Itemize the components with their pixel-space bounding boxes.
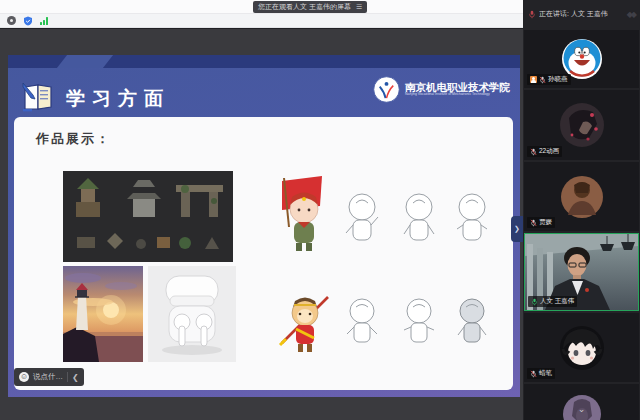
- security-shield-icon[interactable]: [23, 16, 33, 26]
- participant-name: 贾媛: [539, 218, 552, 227]
- screen-share-column: 您正在观看人文 王嘉伟的屏幕 ☰: [0, 0, 523, 420]
- artwork-character-sheet-monkey-king: [272, 281, 500, 369]
- speaking-header: 正在讲话: 人文 王嘉伟 ◆◆: [523, 0, 640, 28]
- status-toolbar: [0, 14, 523, 28]
- participant-tile[interactable]: 孙晓燕: [524, 30, 639, 88]
- artwork-lighthouse-painting: [63, 266, 143, 362]
- participant-name: 22动画: [539, 147, 559, 156]
- participant-tile[interactable]: [524, 384, 639, 420]
- speaking-label: 正在讲话: 人文 王嘉伟: [539, 9, 608, 19]
- avatar: [559, 325, 605, 371]
- watching-banner-text: 您正在观看人文 王嘉伟的屏幕: [258, 2, 351, 12]
- muted-mic-icon: [539, 76, 546, 84]
- banner-menu-icon[interactable]: ☰: [356, 3, 362, 11]
- quick-chat-pill[interactable]: ☺ 说点什… ❮: [14, 368, 84, 386]
- presentation-slide: 学习方面 南京机电职业技术学院 Nanjing Vocational Insti…: [8, 55, 520, 397]
- school-logo-icon: [373, 76, 400, 103]
- chat-placeholder[interactable]: 说点什…: [33, 372, 63, 382]
- school-name-en: Nanjing Vocational Institute of Mechatro…: [405, 93, 510, 97]
- notebook-pen-icon: [21, 81, 57, 117]
- sidebar-collapse-handle[interactable]: ❯: [511, 216, 523, 242]
- participant-name: 人文 王嘉伟: [540, 297, 574, 306]
- participant-tile-speaking[interactable]: 人文 王嘉伟: [524, 233, 639, 311]
- name-chip: 蜡笔: [527, 368, 555, 379]
- chevron-right-icon: ❯: [514, 225, 520, 233]
- layout-toggle-icon[interactable]: ◆◆: [627, 10, 635, 19]
- speaking-mic-icon: [528, 10, 536, 19]
- slide-top-strip: [8, 55, 520, 68]
- name-chip: 人文 王嘉伟: [528, 296, 577, 307]
- screen-share-view: 学习方面 南京机电职业技术学院 Nanjing Vocational Insti…: [0, 29, 523, 420]
- participant-tile[interactable]: 蜡笔: [524, 313, 639, 382]
- participant-name: 蜡笔: [539, 369, 552, 378]
- avatar: [559, 102, 605, 148]
- top-banner-bar: 您正在观看人文 王嘉伟的屏幕 ☰: [0, 0, 523, 14]
- participant-tile[interactable]: 贾媛: [524, 162, 639, 231]
- participants-sidebar: 正在讲话: 人文 王嘉伟 ◆◆: [523, 0, 640, 420]
- emoji-icon[interactable]: ☺: [19, 372, 29, 382]
- artwork-airpods-photo: [148, 266, 236, 362]
- scroll-down-icon[interactable]: ⌄: [578, 406, 586, 412]
- participant-name: 孙晓燕: [548, 75, 568, 84]
- meeting-window: 您正在观看人文 王嘉伟的屏幕 ☰: [0, 0, 640, 420]
- network-signal-icon[interactable]: [40, 17, 48, 25]
- collapse-chat-icon[interactable]: ❮: [72, 373, 79, 382]
- chat-pill-divider: [67, 372, 68, 382]
- avatar: [560, 175, 604, 219]
- school-logo: 南京机电职业技术学院 Nanjing Vocational Institute …: [373, 76, 510, 103]
- muted-mic-icon: [530, 148, 537, 156]
- slide-content-card: 作品展示：: [14, 117, 513, 390]
- muted-mic-icon: [530, 370, 537, 378]
- participant-tile[interactable]: 22动画: [524, 90, 639, 160]
- slide-title: 学习方面: [66, 86, 170, 112]
- member-role-icon: [530, 76, 537, 83]
- active-mic-icon: [531, 298, 538, 306]
- watching-banner[interactable]: 您正在观看人文 王嘉伟的屏幕 ☰: [253, 1, 367, 13]
- artwork-3d-environment-renders: [63, 171, 233, 262]
- works-section-label: 作品展示：: [36, 130, 111, 148]
- muted-mic-icon: [530, 219, 537, 227]
- name-chip: 孙晓燕: [527, 74, 571, 85]
- name-chip: 22动画: [527, 146, 562, 157]
- name-chip: 贾媛: [527, 217, 555, 228]
- meeting-info-icon[interactable]: [7, 16, 16, 25]
- artwork-character-sheet-soldier: [272, 173, 500, 265]
